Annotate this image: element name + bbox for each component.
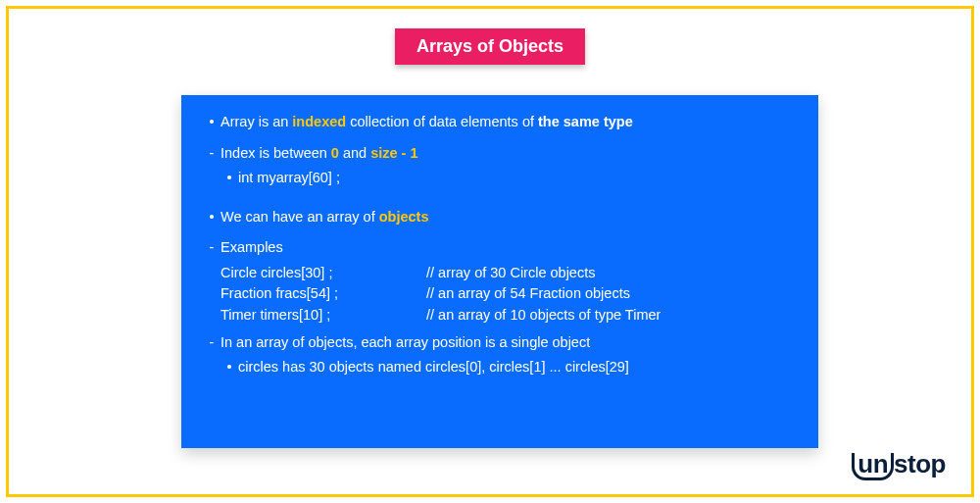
text: Array is an [220, 114, 292, 129]
point-each-position: - In an array of objects, each array pos… [203, 333, 797, 353]
example-decl: Circle circles[30] ; [220, 264, 426, 283]
bullet-icon: • [203, 113, 220, 132]
example-comment: // an array of 10 objects of type Timer [426, 306, 797, 326]
slide-frame: Arrays of Objects • Array is an indexed … [6, 6, 974, 497]
point-int-myarray: • int myarray[60] ; [203, 169, 797, 188]
text: We can have an array of [220, 209, 379, 225]
text: and [339, 145, 370, 161]
slide-title: Arrays of Objects [395, 28, 585, 65]
point-array-indexed: • Array is an indexed collection of data… [203, 113, 797, 132]
example-row: Fraction fracs[54] ; // an array of 54 F… [220, 284, 797, 304]
text: collection of data elements of [346, 114, 538, 129]
bold-same-type: the same type [538, 114, 633, 129]
examples-block: Circle circles[30] ; // array of 30 Circ… [203, 264, 797, 326]
highlight-size-minus-1: size - 1 [370, 145, 417, 161]
point-array-of-objects: • We can have an array of objects [203, 208, 797, 227]
highlight-indexed: indexed [292, 114, 346, 129]
text: Index is between [220, 145, 331, 161]
brand-logo: unstop [852, 449, 946, 480]
logo-stop: stop [894, 449, 946, 478]
content-panel: • Array is an indexed collection of data… [181, 95, 818, 448]
example-decl: Timer timers[10] ; [220, 306, 426, 326]
bullet-icon: • [203, 208, 220, 227]
example-row: Circle circles[30] ; // array of 30 Circ… [220, 264, 797, 283]
example-comment: // array of 30 Circle objects [426, 264, 797, 283]
text: circles has 30 objects named circles[0],… [238, 358, 797, 377]
example-comment: // an array of 54 Fraction objects [426, 284, 797, 304]
logo-un: un [852, 453, 894, 480]
highlight-objects: objects [379, 209, 429, 225]
point-examples: - Examples [203, 238, 797, 258]
dash-icon: - [203, 144, 220, 164]
point-circles-named: • circles has 30 objects named circles[0… [203, 358, 797, 377]
examples-label: Examples [220, 238, 797, 258]
bullet-icon: • [220, 169, 238, 188]
highlight-zero: 0 [331, 145, 339, 161]
dash-icon: - [203, 333, 220, 353]
bullet-icon: • [220, 358, 238, 377]
example-row: Timer timers[10] ; // an array of 10 obj… [220, 306, 797, 326]
example-decl: Fraction fracs[54] ; [220, 284, 426, 304]
code-int-myarray: int myarray[60] ; [238, 169, 797, 188]
point-index-range: - Index is between 0 and size - 1 [203, 144, 797, 164]
dash-icon: - [203, 238, 220, 258]
text: In an array of objects, each array posit… [220, 333, 797, 353]
